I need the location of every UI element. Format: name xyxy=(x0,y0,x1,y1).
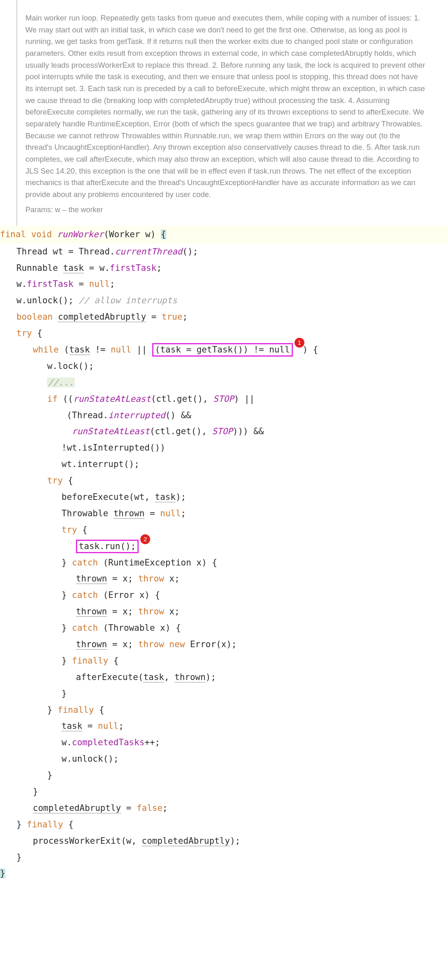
while-line: while (task != null || (task = getTask()… xyxy=(0,342,448,358)
code-block: final void runWorker(Worker w) { Thread … xyxy=(0,226,448,882)
code-line: thrown = x; throw x; xyxy=(0,571,448,587)
code-line: w.firstTask = null; xyxy=(0,276,448,293)
annotation-badge-2: 2 xyxy=(140,534,150,544)
params-value: w – the worker xyxy=(55,206,103,214)
code-line: } catch (Throwable x) { xyxy=(0,620,448,637)
code-line: (Thread.interrupted() && xyxy=(0,408,448,424)
code-line: } catch (RuntimeException x) { xyxy=(0,555,448,571)
javadoc-params: Params: w – the worker xyxy=(25,206,427,214)
code-line: beforeExecute(wt, task); xyxy=(0,489,448,506)
code-line: completedAbruptly = false; xyxy=(0,800,448,817)
code-line: wt.interrupt(); xyxy=(0,456,448,473)
code-line: runStateAtLeast(ctl.get(), STOP))) && xyxy=(0,424,448,440)
code-line: thrown = x; throw new Error(x); xyxy=(0,637,448,653)
task-run-line: task.run();2 xyxy=(0,538,448,555)
code-line: } finally { xyxy=(0,653,448,669)
code-line: task = null; xyxy=(0,718,448,735)
code-line: } xyxy=(0,849,448,866)
code-line: } finally { xyxy=(0,817,448,833)
code-line: try { xyxy=(0,325,448,342)
code-line: } finally { xyxy=(0,702,448,719)
code-line: w.lock(); xyxy=(0,358,448,375)
code-line: w.unlock(); // allow interrupts xyxy=(0,293,448,309)
brace-highlight: { xyxy=(161,229,166,239)
method-close-brace: } xyxy=(0,866,448,882)
javadoc-comment: Main worker run loop. Repeatedly gets ta… xyxy=(25,12,427,201)
code-line: Thread wt = Thread.currentThread(); xyxy=(0,244,448,260)
code-line: w.unlock(); xyxy=(0,751,448,767)
code-line: w.completedTasks++; xyxy=(0,735,448,751)
code-line: try { xyxy=(0,473,448,489)
code-line: afterExecute(task, thrown); xyxy=(0,669,448,686)
params-label: Params: xyxy=(25,206,53,214)
code-line: //... xyxy=(0,375,448,391)
annotation-badge-1: 1 xyxy=(295,338,304,348)
method-signature: final void runWorker(Worker w) { xyxy=(0,226,448,244)
code-line: Runnable task = w.firstTask; xyxy=(0,260,448,277)
code-line: if ((runStateAtLeast(ctl.get(), STOP) || xyxy=(0,391,448,408)
code-line: } catch (Error x) { xyxy=(0,587,448,604)
code-line: } xyxy=(0,686,448,702)
code-line: } xyxy=(0,784,448,800)
code-line: processWorkerExit(w, completedAbruptly); xyxy=(0,833,448,849)
code-line: boolean completedAbruptly = true; xyxy=(0,309,448,325)
code-line: Throwable thrown = null; xyxy=(0,506,448,522)
code-line: try { xyxy=(0,522,448,538)
highlight-box-2: task.run(); xyxy=(76,540,139,553)
code-doc-container: Main worker run loop. Repeatedly gets ta… xyxy=(16,0,448,226)
code-line: } xyxy=(0,767,448,784)
highlight-box-1: (task = getTask()) != null xyxy=(152,343,293,357)
code-line: thrown = x; throw x; xyxy=(0,604,448,620)
code-line: !wt.isInterrupted()) xyxy=(0,440,448,456)
